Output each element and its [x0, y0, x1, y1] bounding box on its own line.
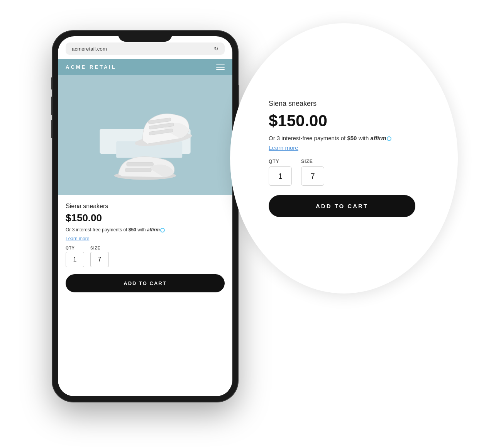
product-name: Siena sneakers	[66, 203, 225, 210]
address-bar[interactable]: acmeretail.com ↻	[66, 42, 225, 55]
zoom-product-name: Siena sneakers	[269, 100, 317, 108]
qty-selector[interactable]: 1	[66, 252, 84, 267]
size-selector[interactable]: 7	[90, 252, 109, 267]
volume-up-button	[51, 97, 52, 115]
zoom-size-label: SIZE	[301, 159, 313, 164]
volume-down-button	[51, 120, 52, 138]
product-details: Siena sneakers $150.00 Or 3 interest-fre…	[58, 195, 232, 292]
url-text: acmeretail.com	[72, 46, 107, 52]
store-nav: ACME RETAIL	[58, 59, 232, 75]
add-to-cart-button[interactable]: ADD TO CART	[66, 274, 225, 292]
zoom-size-group: SIZE 7	[301, 159, 324, 186]
refresh-icon[interactable]: ↻	[214, 46, 218, 52]
product-image-area	[58, 75, 232, 195]
store-logo: ACME RETAIL	[66, 64, 117, 70]
affirm-circle-icon	[160, 228, 165, 232]
svg-rect-8	[125, 168, 151, 172]
zoom-add-to-cart-button[interactable]: ADD TO CART	[269, 195, 415, 217]
mute-button	[51, 77, 52, 90]
product-price: $150.00	[66, 212, 225, 224]
size-group: SIZE 7	[90, 246, 109, 267]
product-image	[58, 75, 232, 195]
zoom-qty-group: QTY 1	[269, 159, 292, 186]
qty-size-row: QTY 1 SIZE 7	[66, 246, 225, 267]
zoom-qty-size-row: QTY 1 SIZE 7	[269, 159, 324, 186]
qty-group: QTY 1	[66, 246, 84, 267]
affirm-payment-line: Or 3 interest-free payments of $50 with …	[66, 227, 225, 232]
zoom-affirm-logo: affirm	[370, 135, 386, 141]
zoom-qty-selector[interactable]: 1	[269, 166, 292, 186]
phone-frame: acmeretail.com ↻ ACME RETAIL	[52, 31, 238, 402]
hamburger-menu-icon[interactable]	[216, 64, 225, 70]
phone-screen: acmeretail.com ↻ ACME RETAIL	[58, 36, 232, 396]
size-label: SIZE	[90, 246, 100, 250]
zoom-learn-more-link[interactable]: Learn more	[269, 144, 298, 151]
learn-more-link[interactable]: Learn more	[66, 236, 89, 241]
zoom-content: Siena sneakers $150.00 Or 3 interest-fre…	[230, 23, 458, 294]
zoom-affirm-line: Or 3 interest-free payments of $50 with …	[269, 135, 391, 141]
zoom-affirm-circle-icon	[387, 136, 391, 141]
zoom-qty-label: QTY	[269, 159, 279, 164]
zoom-price: $150.00	[269, 112, 327, 130]
affirm-logo: affirm	[147, 227, 160, 232]
zoom-size-selector[interactable]: 7	[301, 166, 324, 186]
zoom-bubble: Siena sneakers $150.00 Or 3 interest-fre…	[230, 23, 458, 294]
scene: acmeretail.com ↻ ACME RETAIL	[33, 15, 458, 433]
phone-notch	[118, 31, 172, 42]
svg-rect-7	[127, 163, 153, 166]
qty-label: QTY	[66, 246, 75, 250]
